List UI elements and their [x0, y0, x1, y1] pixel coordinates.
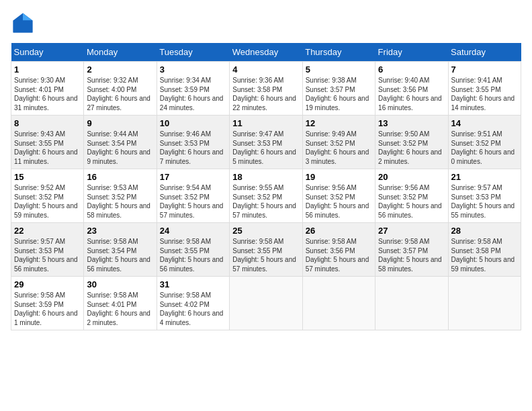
calendar-cell — [448, 277, 521, 330]
day-info: Sunrise: 9:49 AMSunset: 3:52 PMDaylight:… — [306, 130, 372, 166]
day-info: Sunrise: 9:58 AMSunset: 3:57 PMDaylight:… — [378, 237, 445, 273]
day-number: 24 — [160, 226, 226, 236]
day-number: 8 — [14, 118, 81, 128]
day-info: Sunrise: 9:58 AMSunset: 3:55 PMDaylight:… — [160, 237, 226, 273]
weekday-sunday: Sunday — [11, 43, 84, 62]
logo-icon — [11, 11, 35, 35]
day-number: 23 — [87, 226, 153, 236]
day-info: Sunrise: 9:44 AMSunset: 3:54 PMDaylight:… — [87, 130, 153, 166]
day-info: Sunrise: 9:58 AMSunset: 3:55 PMDaylight:… — [232, 237, 299, 273]
calendar-cell: 20Sunrise: 9:56 AMSunset: 3:52 PMDayligh… — [375, 169, 448, 223]
day-info: Sunrise: 9:41 AMSunset: 3:55 PMDaylight:… — [451, 76, 518, 112]
day-number: 26 — [306, 226, 372, 236]
calendar-cell: 4Sunrise: 9:36 AMSunset: 3:58 PMDaylight… — [230, 62, 302, 116]
weekday-header-row: SundayMondayTuesdayWednesdayThursdayFrid… — [11, 43, 521, 62]
calendar-cell: 22Sunrise: 9:57 AMSunset: 3:53 PMDayligh… — [11, 223, 84, 277]
day-number: 11 — [232, 118, 299, 128]
day-info: Sunrise: 9:58 AMSunset: 3:56 PMDaylight:… — [306, 237, 372, 273]
day-info: Sunrise: 9:51 AMSunset: 3:52 PMDaylight:… — [451, 130, 518, 166]
day-info: Sunrise: 9:36 AMSunset: 3:58 PMDaylight:… — [232, 76, 299, 112]
calendar-cell: 13Sunrise: 9:50 AMSunset: 3:52 PMDayligh… — [375, 116, 448, 169]
calendar-cell: 11Sunrise: 9:47 AMSunset: 3:53 PMDayligh… — [230, 116, 302, 169]
weekday-thursday: Thursday — [302, 43, 375, 62]
calendar-cell: 2Sunrise: 9:32 AMSunset: 4:00 PMDaylight… — [84, 62, 157, 116]
calendar-cell: 17Sunrise: 9:54 AMSunset: 3:52 PMDayligh… — [157, 169, 229, 223]
day-info: Sunrise: 9:56 AMSunset: 3:52 PMDaylight:… — [378, 183, 445, 220]
day-number: 21 — [451, 172, 518, 182]
day-number: 12 — [306, 118, 372, 128]
day-number: 1 — [14, 64, 81, 75]
calendar-cell: 12Sunrise: 9:49 AMSunset: 3:52 PMDayligh… — [302, 116, 375, 169]
day-info: Sunrise: 9:58 AMSunset: 3:54 PMDaylight:… — [87, 237, 153, 273]
day-number: 19 — [306, 172, 372, 182]
day-number: 3 — [160, 64, 226, 75]
calendar-cell — [375, 277, 448, 330]
calendar-week-5: 29Sunrise: 9:58 AMSunset: 3:59 PMDayligh… — [11, 277, 521, 330]
calendar-cell: 25Sunrise: 9:58 AMSunset: 3:55 PMDayligh… — [230, 223, 302, 277]
calendar-cell: 5Sunrise: 9:38 AMSunset: 3:57 PMDaylight… — [302, 62, 375, 116]
day-info: Sunrise: 9:55 AMSunset: 3:52 PMDaylight:… — [232, 183, 299, 220]
day-info: Sunrise: 9:58 AMSunset: 3:59 PMDaylight:… — [14, 291, 81, 327]
day-info: Sunrise: 9:52 AMSunset: 3:52 PMDaylight:… — [14, 183, 81, 220]
day-number: 25 — [232, 226, 299, 236]
day-number: 29 — [14, 279, 81, 289]
day-number: 27 — [378, 226, 445, 236]
calendar-week-4: 22Sunrise: 9:57 AMSunset: 3:53 PMDayligh… — [11, 223, 521, 277]
calendar-cell: 21Sunrise: 9:57 AMSunset: 3:53 PMDayligh… — [448, 169, 521, 223]
calendar-cell — [302, 277, 375, 330]
day-info: Sunrise: 9:57 AMSunset: 3:53 PMDaylight:… — [14, 237, 81, 273]
day-info: Sunrise: 9:58 AMSunset: 4:02 PMDaylight:… — [160, 291, 226, 327]
calendar-header: SundayMondayTuesdayWednesdayThursdayFrid… — [11, 43, 521, 62]
calendar: SundayMondayTuesdayWednesdayThursdayFrid… — [11, 43, 521, 330]
day-number: 30 — [87, 279, 153, 289]
day-info: Sunrise: 9:58 AMSunset: 3:58 PMDaylight:… — [451, 237, 518, 273]
day-info: Sunrise: 9:50 AMSunset: 3:52 PMDaylight:… — [378, 130, 445, 166]
day-number: 10 — [160, 118, 226, 128]
day-number: 17 — [160, 172, 226, 182]
calendar-cell: 9Sunrise: 9:44 AMSunset: 3:54 PMDaylight… — [84, 116, 157, 169]
day-number: 2 — [87, 64, 153, 75]
calendar-cell: 18Sunrise: 9:55 AMSunset: 3:52 PMDayligh… — [230, 169, 302, 223]
calendar-cell: 31Sunrise: 9:58 AMSunset: 4:02 PMDayligh… — [157, 277, 229, 330]
calendar-cell: 8Sunrise: 9:43 AMSunset: 3:55 PMDaylight… — [11, 116, 84, 169]
calendar-week-3: 15Sunrise: 9:52 AMSunset: 3:52 PMDayligh… — [11, 169, 521, 223]
day-number: 9 — [87, 118, 153, 128]
day-number: 28 — [451, 226, 518, 236]
calendar-week-2: 8Sunrise: 9:43 AMSunset: 3:55 PMDaylight… — [11, 116, 521, 169]
day-info: Sunrise: 9:54 AMSunset: 3:52 PMDaylight:… — [160, 183, 226, 220]
calendar-body: 1Sunrise: 9:30 AMSunset: 4:01 PMDaylight… — [11, 62, 521, 330]
svg-rect-2 — [13, 20, 33, 32]
day-number: 5 — [306, 64, 372, 75]
day-info: Sunrise: 9:38 AMSunset: 3:57 PMDaylight:… — [306, 76, 372, 112]
calendar-cell: 7Sunrise: 9:41 AMSunset: 3:55 PMDaylight… — [448, 62, 521, 116]
calendar-cell: 3Sunrise: 9:34 AMSunset: 3:59 PMDaylight… — [157, 62, 229, 116]
svg-marker-1 — [23, 13, 32, 21]
day-number: 13 — [378, 118, 445, 128]
day-info: Sunrise: 9:46 AMSunset: 3:53 PMDaylight:… — [160, 130, 226, 166]
day-info: Sunrise: 9:34 AMSunset: 3:59 PMDaylight:… — [160, 76, 226, 112]
day-info: Sunrise: 9:58 AMSunset: 4:01 PMDaylight:… — [87, 291, 153, 327]
calendar-cell: 24Sunrise: 9:58 AMSunset: 3:55 PMDayligh… — [157, 223, 229, 277]
calendar-cell: 26Sunrise: 9:58 AMSunset: 3:56 PMDayligh… — [302, 223, 375, 277]
logo — [11, 11, 38, 35]
calendar-week-1: 1Sunrise: 9:30 AMSunset: 4:01 PMDaylight… — [11, 62, 521, 116]
calendar-cell: 1Sunrise: 9:30 AMSunset: 4:01 PMDaylight… — [11, 62, 84, 116]
calendar-cell: 27Sunrise: 9:58 AMSunset: 3:57 PMDayligh… — [375, 223, 448, 277]
day-info: Sunrise: 9:32 AMSunset: 4:00 PMDaylight:… — [87, 76, 153, 112]
weekday-friday: Friday — [375, 43, 448, 62]
day-number: 18 — [232, 172, 299, 182]
header — [11, 11, 521, 35]
day-number: 15 — [14, 172, 81, 182]
calendar-cell: 23Sunrise: 9:58 AMSunset: 3:54 PMDayligh… — [84, 223, 157, 277]
weekday-tuesday: Tuesday — [157, 43, 229, 62]
calendar-cell: 10Sunrise: 9:46 AMSunset: 3:53 PMDayligh… — [157, 116, 229, 169]
calendar-cell: 6Sunrise: 9:40 AMSunset: 3:56 PMDaylight… — [375, 62, 448, 116]
calendar-cell: 15Sunrise: 9:52 AMSunset: 3:52 PMDayligh… — [11, 169, 84, 223]
calendar-cell: 16Sunrise: 9:53 AMSunset: 3:52 PMDayligh… — [84, 169, 157, 223]
day-number: 7 — [451, 64, 518, 75]
day-info: Sunrise: 9:57 AMSunset: 3:53 PMDaylight:… — [451, 183, 518, 220]
calendar-cell: 19Sunrise: 9:56 AMSunset: 3:52 PMDayligh… — [302, 169, 375, 223]
weekday-wednesday: Wednesday — [230, 43, 302, 62]
calendar-cell: 29Sunrise: 9:58 AMSunset: 3:59 PMDayligh… — [11, 277, 84, 330]
day-number: 22 — [14, 226, 81, 236]
